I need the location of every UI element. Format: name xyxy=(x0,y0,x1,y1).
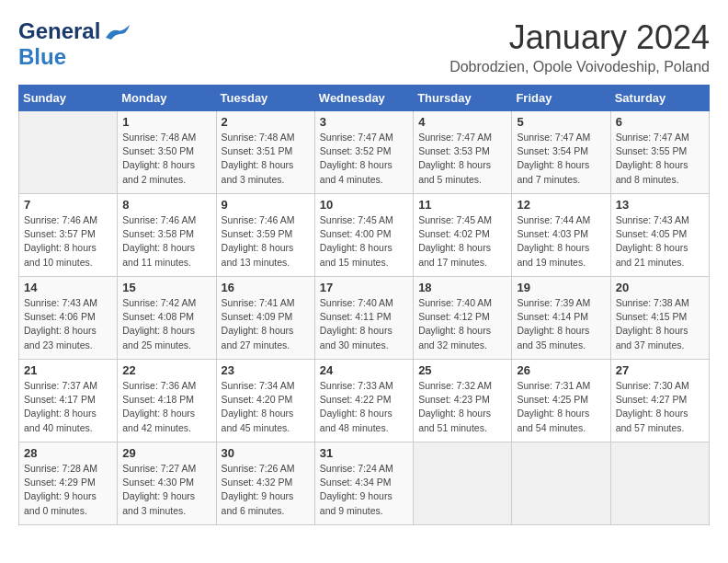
calendar-cell: 23Sunrise: 7:34 AM Sunset: 4:20 PM Dayli… xyxy=(216,360,314,442)
logo-general-text: General xyxy=(18,18,100,44)
day-number: 12 xyxy=(517,198,605,212)
day-of-week-header: Thursday xyxy=(414,86,512,111)
page-header: General Blue January 2024 Dobrodzien, Op… xyxy=(18,18,710,75)
day-number: 9 xyxy=(222,198,310,212)
calendar-cell: 13Sunrise: 7:43 AM Sunset: 4:05 PM Dayli… xyxy=(610,194,709,277)
day-of-week-header: Saturday xyxy=(610,86,709,111)
calendar-cell: 1Sunrise: 7:48 AM Sunset: 3:50 PM Daylig… xyxy=(118,111,216,194)
day-of-week-header: Tuesday xyxy=(216,86,314,111)
day-number: 13 xyxy=(616,198,704,212)
day-number: 2 xyxy=(222,115,310,129)
calendar-cell: 26Sunrise: 7:31 AM Sunset: 4:25 PM Dayli… xyxy=(512,360,610,442)
day-info: Sunrise: 7:47 AM Sunset: 3:53 PM Dayligh… xyxy=(418,131,506,187)
day-info: Sunrise: 7:41 AM Sunset: 4:09 PM Dayligh… xyxy=(222,296,310,352)
calendar-cell xyxy=(512,442,610,525)
day-info: Sunrise: 7:33 AM Sunset: 4:22 PM Dayligh… xyxy=(320,379,408,435)
calendar-cell xyxy=(19,111,118,194)
calendar-week-row: 1Sunrise: 7:48 AM Sunset: 3:50 PM Daylig… xyxy=(19,111,710,194)
day-number: 6 xyxy=(616,115,704,129)
calendar-cell: 18Sunrise: 7:40 AM Sunset: 4:12 PM Dayli… xyxy=(414,277,512,360)
day-info: Sunrise: 7:30 AM Sunset: 4:27 PM Dayligh… xyxy=(616,379,704,435)
calendar-week-row: 14Sunrise: 7:43 AM Sunset: 4:06 PM Dayli… xyxy=(19,277,710,360)
day-info: Sunrise: 7:32 AM Sunset: 4:23 PM Dayligh… xyxy=(418,379,506,435)
calendar-cell xyxy=(414,442,512,525)
day-number: 28 xyxy=(24,446,112,460)
day-number: 26 xyxy=(517,363,605,377)
day-number: 10 xyxy=(320,198,408,212)
calendar-week-row: 7Sunrise: 7:46 AM Sunset: 3:57 PM Daylig… xyxy=(19,194,710,277)
day-info: Sunrise: 7:47 AM Sunset: 3:54 PM Dayligh… xyxy=(517,131,605,187)
calendar-cell: 24Sunrise: 7:33 AM Sunset: 4:22 PM Dayli… xyxy=(314,360,413,442)
day-info: Sunrise: 7:42 AM Sunset: 4:08 PM Dayligh… xyxy=(122,296,210,352)
calendar-cell: 9Sunrise: 7:46 AM Sunset: 3:59 PM Daylig… xyxy=(216,194,314,277)
day-number: 30 xyxy=(222,446,310,460)
calendar-cell: 31Sunrise: 7:24 AM Sunset: 4:34 PM Dayli… xyxy=(314,442,413,525)
day-info: Sunrise: 7:31 AM Sunset: 4:25 PM Dayligh… xyxy=(517,379,605,435)
day-of-week-header: Wednesday xyxy=(314,86,413,111)
calendar-week-row: 21Sunrise: 7:37 AM Sunset: 4:17 PM Dayli… xyxy=(19,360,710,442)
calendar-cell: 27Sunrise: 7:30 AM Sunset: 4:27 PM Dayli… xyxy=(610,360,709,442)
day-of-week-header: Friday xyxy=(512,86,610,111)
day-number: 31 xyxy=(320,446,408,460)
day-info: Sunrise: 7:24 AM Sunset: 4:34 PM Dayligh… xyxy=(320,462,408,518)
title-block: January 2024 Dobrodzien, Opole Voivodesh… xyxy=(449,18,710,75)
day-number: 4 xyxy=(418,115,506,129)
day-info: Sunrise: 7:37 AM Sunset: 4:17 PM Dayligh… xyxy=(24,379,112,435)
day-number: 8 xyxy=(122,198,210,212)
calendar-body: 1Sunrise: 7:48 AM Sunset: 3:50 PM Daylig… xyxy=(19,111,710,525)
day-number: 22 xyxy=(122,363,210,377)
day-info: Sunrise: 7:47 AM Sunset: 3:52 PM Dayligh… xyxy=(320,131,408,187)
logo: General Blue xyxy=(18,18,131,70)
day-number: 24 xyxy=(320,363,408,377)
day-number: 18 xyxy=(418,281,506,294)
day-info: Sunrise: 7:28 AM Sunset: 4:29 PM Dayligh… xyxy=(24,462,112,518)
day-info: Sunrise: 7:45 AM Sunset: 4:02 PM Dayligh… xyxy=(418,213,506,270)
calendar-cell: 21Sunrise: 7:37 AM Sunset: 4:17 PM Dayli… xyxy=(19,360,118,442)
day-info: Sunrise: 7:34 AM Sunset: 4:20 PM Dayligh… xyxy=(222,379,310,435)
calendar-cell: 15Sunrise: 7:42 AM Sunset: 4:08 PM Dayli… xyxy=(118,277,216,360)
day-of-week-header: Monday xyxy=(118,86,216,111)
day-number: 19 xyxy=(517,281,605,294)
day-number: 1 xyxy=(122,115,210,129)
day-number: 16 xyxy=(222,281,310,294)
calendar-header: SundayMondayTuesdayWednesdayThursdayFrid… xyxy=(19,86,710,111)
calendar-cell: 14Sunrise: 7:43 AM Sunset: 4:06 PM Dayli… xyxy=(19,277,118,360)
day-info: Sunrise: 7:26 AM Sunset: 4:32 PM Dayligh… xyxy=(222,462,310,518)
calendar-cell: 19Sunrise: 7:39 AM Sunset: 4:14 PM Dayli… xyxy=(512,277,610,360)
calendar-cell: 17Sunrise: 7:40 AM Sunset: 4:11 PM Dayli… xyxy=(314,277,413,360)
day-info: Sunrise: 7:40 AM Sunset: 4:12 PM Dayligh… xyxy=(418,296,506,352)
logo-blue-text: Blue xyxy=(18,44,66,70)
calendar-cell: 29Sunrise: 7:27 AM Sunset: 4:30 PM Dayli… xyxy=(118,442,216,525)
day-of-week-header: Sunday xyxy=(19,86,118,111)
day-number: 25 xyxy=(418,363,506,377)
day-info: Sunrise: 7:39 AM Sunset: 4:14 PM Dayligh… xyxy=(517,296,605,352)
calendar-week-row: 28Sunrise: 7:28 AM Sunset: 4:29 PM Dayli… xyxy=(19,442,710,525)
calendar-table: SundayMondayTuesdayWednesdayThursdayFrid… xyxy=(18,85,710,525)
day-info: Sunrise: 7:43 AM Sunset: 4:05 PM Dayligh… xyxy=(616,213,704,270)
calendar-cell: 20Sunrise: 7:38 AM Sunset: 4:15 PM Dayli… xyxy=(610,277,709,360)
logo-bird-icon xyxy=(104,21,131,41)
calendar-cell: 7Sunrise: 7:46 AM Sunset: 3:57 PM Daylig… xyxy=(19,194,118,277)
day-number: 17 xyxy=(320,281,408,294)
day-info: Sunrise: 7:43 AM Sunset: 4:06 PM Dayligh… xyxy=(24,296,112,352)
day-info: Sunrise: 7:46 AM Sunset: 3:57 PM Dayligh… xyxy=(24,213,112,270)
calendar-cell: 25Sunrise: 7:32 AM Sunset: 4:23 PM Dayli… xyxy=(414,360,512,442)
calendar-cell: 3Sunrise: 7:47 AM Sunset: 3:52 PM Daylig… xyxy=(314,111,413,194)
day-info: Sunrise: 7:45 AM Sunset: 4:00 PM Dayligh… xyxy=(320,213,408,270)
calendar-cell: 30Sunrise: 7:26 AM Sunset: 4:32 PM Dayli… xyxy=(216,442,314,525)
calendar-cell: 22Sunrise: 7:36 AM Sunset: 4:18 PM Dayli… xyxy=(118,360,216,442)
days-of-week-row: SundayMondayTuesdayWednesdayThursdayFrid… xyxy=(19,86,710,111)
day-info: Sunrise: 7:38 AM Sunset: 4:15 PM Dayligh… xyxy=(616,296,704,352)
day-number: 7 xyxy=(24,198,112,212)
day-info: Sunrise: 7:27 AM Sunset: 4:30 PM Dayligh… xyxy=(122,462,210,518)
day-number: 21 xyxy=(24,363,112,377)
calendar-cell: 4Sunrise: 7:47 AM Sunset: 3:53 PM Daylig… xyxy=(414,111,512,194)
calendar-cell xyxy=(610,442,709,525)
calendar-cell: 8Sunrise: 7:46 AM Sunset: 3:58 PM Daylig… xyxy=(118,194,216,277)
month-title: January 2024 xyxy=(449,18,710,57)
day-number: 23 xyxy=(222,363,310,377)
calendar-cell: 5Sunrise: 7:47 AM Sunset: 3:54 PM Daylig… xyxy=(512,111,610,194)
location-subtitle: Dobrodzien, Opole Voivodeship, Poland xyxy=(449,59,710,75)
calendar-cell: 2Sunrise: 7:48 AM Sunset: 3:51 PM Daylig… xyxy=(216,111,314,194)
day-info: Sunrise: 7:36 AM Sunset: 4:18 PM Dayligh… xyxy=(122,379,210,435)
